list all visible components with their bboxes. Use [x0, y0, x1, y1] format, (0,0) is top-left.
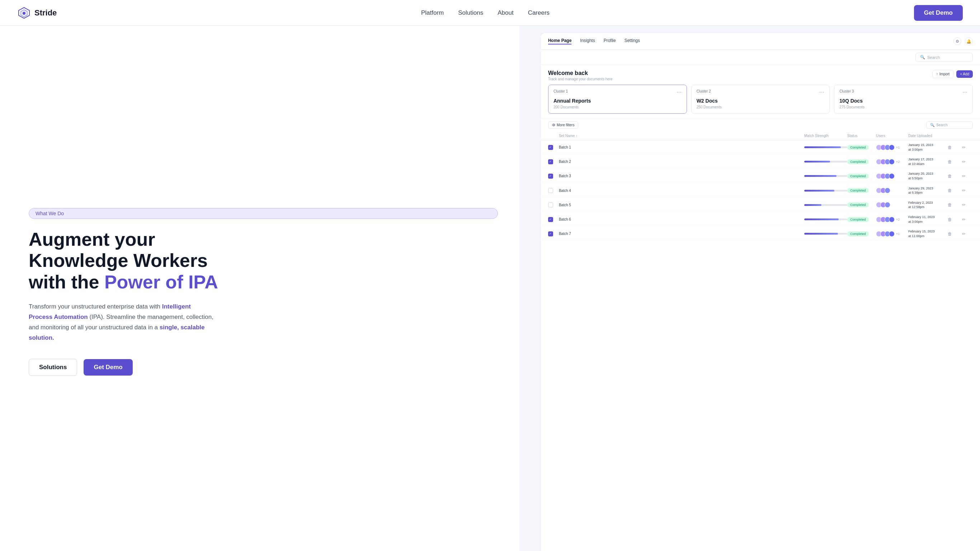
table-row[interactable]: ✓Batch 1Completed+1January 15, 2023at 3:…	[541, 140, 980, 154]
row-name: Batch 1	[559, 145, 804, 149]
delete-icon[interactable]: 🗑	[948, 231, 962, 236]
cluster-2-label: Cluster 2	[697, 89, 711, 93]
row-date: February 11, 2023at 3:00pm	[908, 215, 948, 224]
nav-about[interactable]: About	[498, 10, 513, 16]
row-status: Completed	[847, 217, 876, 222]
row-status: Completed	[847, 202, 876, 207]
table-row[interactable]: Batch 4CompletedJanuary 29, 2023at 5:39p…	[541, 184, 980, 198]
filter-icon: ⚙	[552, 123, 555, 127]
delete-icon[interactable]: 🗑	[948, 159, 962, 164]
row-users: +2	[876, 159, 908, 165]
row-users	[876, 173, 908, 179]
table-row[interactable]: ✓Batch 7Completed+1February 15, 2023at 1…	[541, 227, 980, 241]
nav-platform[interactable]: Platform	[421, 10, 444, 16]
logo[interactable]: Stride	[17, 6, 57, 20]
row-checkbox[interactable]	[548, 202, 553, 207]
table-row[interactable]: ✓Batch 3CompletedJanuary 20, 2023at 5:50…	[541, 169, 980, 183]
cluster-3-label: Cluster 3	[839, 89, 854, 93]
row-match	[804, 147, 847, 148]
table-row[interactable]: ✓Batch 6Completed+2February 11, 2023at 3…	[541, 212, 980, 227]
settings-icon[interactable]: ⚙	[953, 37, 961, 45]
delete-icon[interactable]: 🗑	[948, 174, 962, 178]
row-status: Completed	[847, 174, 876, 178]
headline-accent: Power of IPA	[104, 272, 218, 292]
edit-icon[interactable]: ✏	[962, 231, 973, 236]
dash-nav-profile[interactable]: Profile	[604, 38, 616, 45]
cluster-card-3-header: Cluster 3 ⋯	[839, 89, 967, 95]
row-checkbox[interactable]: ✓	[548, 174, 553, 178]
edit-icon[interactable]: ✏	[962, 145, 973, 150]
import-label: Import	[939, 72, 950, 76]
dash-nav-icons: ⚙ 🔔	[953, 37, 973, 45]
row-checkbox[interactable]: ✓	[548, 217, 553, 222]
table-search-icon: 🔍	[930, 123, 934, 127]
row-users: +1	[876, 145, 908, 150]
edit-icon[interactable]: ✏	[962, 188, 973, 193]
col-setname[interactable]: Set Name ↕	[559, 134, 804, 138]
table-row[interactable]: Batch 5CompletedFebruary 2, 2023at 12:58…	[541, 198, 980, 212]
cluster-card-3[interactable]: Cluster 3 ⋯ 10Q Docs 275 Documents	[834, 84, 973, 114]
delete-icon[interactable]: 🗑	[948, 145, 962, 150]
add-label: + Add	[960, 72, 969, 76]
cluster-card-2[interactable]: Cluster 2 ⋯ W2 Docs 250 Documents	[691, 84, 830, 114]
dash-welcome-sub: Track and manage your documents here	[548, 77, 612, 81]
row-users	[876, 188, 908, 193]
solutions-button[interactable]: Solutions	[29, 359, 77, 376]
cluster-card-1[interactable]: Cluster 1 ⋯ Annual Reports 200 Documents	[548, 84, 687, 114]
edit-icon[interactable]: ✏	[962, 174, 973, 178]
row-checkbox[interactable]: ✓	[548, 159, 553, 164]
user-avatar	[885, 202, 890, 208]
match-bar-fill	[804, 190, 834, 191]
dash-nav-insights[interactable]: Insights	[580, 38, 595, 45]
delete-icon[interactable]: 🗑	[948, 202, 962, 207]
delete-icon[interactable]: 🗑	[948, 188, 962, 193]
desc-text1: Transform your unstructured enterprise d…	[29, 303, 162, 310]
table-search[interactable]: 🔍 Search	[926, 121, 973, 129]
row-checkbox[interactable]: ✓	[548, 231, 553, 236]
import-button[interactable]: ↑ Import	[932, 70, 953, 78]
nav-careers[interactable]: Careers	[528, 10, 550, 16]
nav-get-demo-button[interactable]: Get Demo	[914, 5, 963, 21]
dash-nav-home[interactable]: Home Page	[548, 38, 571, 45]
edit-icon[interactable]: ✏	[962, 217, 973, 222]
row-match	[804, 204, 847, 206]
row-date: February 15, 2023at 11:00pm	[908, 229, 948, 238]
row-match	[804, 161, 847, 162]
hero-tag: What We Do	[29, 208, 498, 219]
dash-search-container[interactable]: 🔍 Search	[915, 53, 973, 62]
dash-nav-settings[interactable]: Settings	[625, 38, 640, 45]
dash-table-controls: ⚙ More filters 🔍 Search	[541, 118, 980, 132]
row-checkbox[interactable]: ✓	[548, 145, 553, 150]
table-header: Set Name ↕ Match Strength Status Users D…	[541, 132, 980, 140]
row-status: Completed	[847, 188, 876, 193]
delete-icon[interactable]: 🗑	[948, 217, 962, 222]
row-checkbox[interactable]	[548, 188, 553, 193]
cluster-3-more[interactable]: ⋯	[963, 89, 967, 95]
row-status: Completed	[847, 231, 876, 236]
cluster-card-1-header: Cluster 1 ⋯	[554, 89, 682, 95]
match-bar-fill	[804, 218, 838, 220]
row-match	[804, 218, 847, 220]
cluster-1-more[interactable]: ⋯	[676, 89, 682, 95]
table-row[interactable]: ✓Batch 2Completed+2January 17, 2023at 10…	[541, 154, 980, 169]
nav-solutions[interactable]: Solutions	[458, 10, 483, 16]
cluster-card-2-header: Cluster 2 ⋯	[697, 89, 825, 95]
bell-icon[interactable]: 🔔	[965, 37, 973, 45]
cluster-3-name: 10Q Docs	[839, 98, 967, 104]
edit-icon[interactable]: ✏	[962, 159, 973, 164]
filter-button[interactable]: ⚙ More filters	[548, 121, 578, 129]
user-avatar	[889, 159, 895, 165]
navbar: Stride Platform Solutions About Careers …	[0, 0, 980, 26]
row-date: January 15, 2023at 3:00pm	[908, 143, 948, 152]
col-date: Date Uploaded	[908, 134, 948, 138]
hero-headline: Augment yourKnowledge Workerswith the Po…	[29, 229, 498, 293]
row-name: Batch 2	[559, 160, 804, 164]
svg-point-3	[22, 12, 25, 15]
cluster-2-more[interactable]: ⋯	[819, 89, 824, 95]
row-match	[804, 190, 847, 191]
table-search-placeholder: Search	[936, 123, 948, 127]
hero-get-demo-button[interactable]: Get Demo	[84, 359, 132, 376]
match-bar-fill	[804, 175, 837, 177]
add-button[interactable]: + Add	[956, 70, 973, 78]
edit-icon[interactable]: ✏	[962, 202, 973, 207]
